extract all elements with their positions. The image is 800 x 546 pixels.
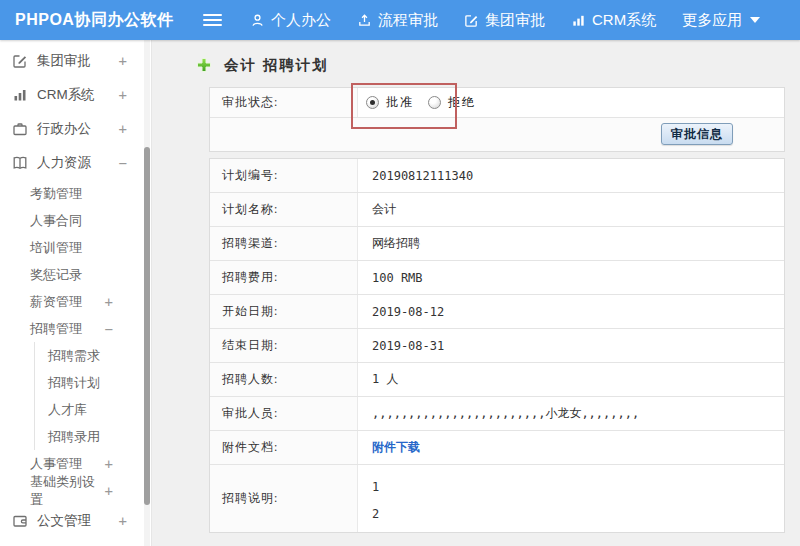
sidebar-item-recruit-hiring[interactable]: 招聘录用: [34, 423, 151, 450]
reject-radio-label: 拒绝: [448, 94, 476, 111]
row-value: 会计: [358, 193, 784, 226]
row-label: 开始日期:: [210, 295, 358, 328]
sidebar-item-label: 基础类别设置: [30, 473, 105, 509]
sidebar-item-label: 人事管理: [30, 455, 82, 473]
nav-label: 更多应用: [682, 11, 742, 30]
row-value-description: 1 2: [358, 465, 784, 532]
sidebar-item-base-category[interactable]: 基础类别设置 +: [0, 477, 151, 504]
expand-toggle[interactable]: +: [105, 294, 113, 310]
row-label: 招聘费用:: [210, 261, 358, 294]
sidebar-item-recruit-plan[interactable]: 招聘计划: [34, 369, 151, 396]
row-label: 计划编号:: [210, 159, 358, 192]
sidebar-item-documents[interactable]: 公文管理 +: [0, 504, 151, 538]
content-area: 会计 招聘计划 审批状态: 批准 拒绝 审批信息 计划编号: 201908121…: [152, 40, 800, 546]
table-row: 计划编号: 20190812111340: [210, 159, 784, 193]
approval-info-button[interactable]: 审批信息: [661, 123, 733, 145]
sidebar-item-recruit-demand[interactable]: 招聘需求: [34, 342, 151, 369]
table-row: 计划名称: 会计: [210, 193, 784, 227]
table-row: 结束日期: 2019-08-31: [210, 329, 784, 363]
row-label: 招聘人数:: [210, 363, 358, 396]
attachment-download-link[interactable]: 附件下载: [372, 439, 420, 456]
book-icon: [12, 155, 28, 171]
row-label: 结束日期:: [210, 329, 358, 362]
app-logo: PHPOA协同办公软件: [0, 10, 185, 31]
sidebar: 集团审批 + CRM系统 + 行政办公 + 人力资源 − 考勤管理: [0, 40, 152, 546]
nav-group-approval[interactable]: 集团审批: [464, 11, 545, 30]
sidebar-item-talent-pool[interactable]: 人才库: [34, 396, 151, 423]
approval-button-bar: 审批信息: [210, 118, 784, 151]
sidebar-item-crm-system[interactable]: CRM系统 +: [0, 78, 151, 112]
expand-toggle[interactable]: +: [119, 513, 127, 529]
expand-toggle[interactable]: +: [119, 53, 127, 69]
bar-chart-icon: [12, 87, 28, 103]
briefcase-icon: [12, 121, 28, 137]
approval-status-options: 批准 拒绝: [358, 88, 784, 117]
expand-toggle[interactable]: +: [119, 121, 127, 137]
nav-more-apps[interactable]: 更多应用: [682, 11, 760, 30]
reject-radio[interactable]: [428, 96, 441, 109]
nav-label: 集团审批: [485, 11, 545, 30]
collapse-toggle[interactable]: −: [119, 155, 127, 171]
collapse-toggle[interactable]: −: [105, 321, 113, 337]
row-label: 招聘渠道:: [210, 227, 358, 260]
edit-square-icon: [464, 13, 479, 28]
sidebar-item-group-approval[interactable]: 集团审批 +: [0, 44, 151, 78]
nav-crm-system[interactable]: CRM系统: [571, 11, 656, 30]
sidebar-item-training[interactable]: 培训管理: [0, 234, 151, 261]
sidebar-item-hr-contract[interactable]: 人事合同: [0, 207, 151, 234]
expand-toggle[interactable]: +: [119, 87, 127, 103]
chevron-down-icon: [750, 17, 760, 23]
table-row: 招聘说明: 1 2: [210, 465, 784, 532]
top-nav: 个人办公 流程审批 集团审批 CRM系统 更多应用: [250, 11, 786, 30]
sidebar-item-label: 奖惩记录: [30, 266, 82, 284]
approve-radio[interactable]: [366, 96, 379, 109]
add-plus-icon[interactable]: [196, 57, 212, 73]
nav-label: 个人办公: [271, 11, 331, 30]
row-label: 计划名称:: [210, 193, 358, 226]
nav-label: 流程审批: [378, 11, 438, 30]
sidebar-item-attendance[interactable]: 考勤管理: [0, 180, 151, 207]
sidebar-item-vehicle[interactable]: 用车管理 +: [0, 538, 151, 546]
nav-label: CRM系统: [592, 11, 656, 30]
sidebar-item-recruitment[interactable]: 招聘管理 −: [0, 315, 151, 342]
approve-radio-label: 批准: [386, 94, 414, 111]
sidebar-item-admin-office[interactable]: 行政办公 +: [0, 112, 151, 146]
nav-workflow-approval[interactable]: 流程审批: [357, 11, 438, 30]
expand-toggle[interactable]: +: [105, 483, 113, 499]
sidebar-item-label: 人才库: [48, 401, 87, 419]
hamburger-menu-icon[interactable]: [203, 11, 223, 29]
sidebar-item-label: 考勤管理: [30, 185, 82, 203]
sidebar-item-label: 薪资管理: [30, 293, 82, 311]
table-row: 附件文档: 附件下载: [210, 431, 784, 465]
sidebar-item-label: 行政办公: [37, 120, 91, 138]
row-value-approvers: ,,,,,,,,,,,,,,,,,,,,,,,,小龙女,,,,,,,,: [358, 397, 784, 430]
sidebar-scrollbar-thumb[interactable]: [144, 147, 150, 505]
sidebar-item-label: 招聘录用: [48, 428, 100, 446]
sidebar-item-human-resources[interactable]: 人力资源 −: [0, 146, 151, 180]
sidebar-item-label: 人事合同: [30, 212, 82, 230]
approval-panel: 审批状态: 批准 拒绝 审批信息: [209, 87, 785, 152]
table-row: 招聘渠道: 网络招聘: [210, 227, 784, 261]
sidebar-item-label: 招聘管理: [30, 320, 82, 338]
row-value: 2019-08-31: [358, 329, 784, 362]
sidebar-item-rewards[interactable]: 奖惩记录: [0, 261, 151, 288]
expand-toggle[interactable]: +: [105, 456, 113, 472]
sidebar-item-label: 集团审批: [37, 52, 91, 70]
sidebar-item-label: 人力资源: [37, 154, 91, 172]
top-header: PHPOA协同办公软件 个人办公 流程审批 集团审批 CRM系统: [0, 0, 800, 40]
nav-personal-office[interactable]: 个人办公: [250, 11, 331, 30]
bar-chart-icon: [571, 13, 586, 28]
sidebar-item-label: 招聘需求: [48, 347, 100, 365]
table-row: 审批人员: ,,,,,,,,,,,,,,,,,,,,,,,,小龙女,,,,,,,…: [210, 397, 784, 431]
edit-square-icon: [12, 53, 28, 69]
row-value: 2019-08-12: [358, 295, 784, 328]
approval-status-label: 审批状态:: [210, 88, 358, 117]
table-row: 开始日期: 2019-08-12: [210, 295, 784, 329]
row-label: 附件文档:: [210, 431, 358, 464]
sidebar-item-label: 公文管理: [37, 512, 91, 530]
sidebar-item-label: 招聘计划: [48, 374, 100, 392]
sidebar-item-salary[interactable]: 薪资管理 +: [0, 288, 151, 315]
table-row: 招聘费用: 100 RMB: [210, 261, 784, 295]
row-value: 20190812111340: [358, 159, 784, 192]
row-label: 招聘说明:: [210, 465, 358, 532]
